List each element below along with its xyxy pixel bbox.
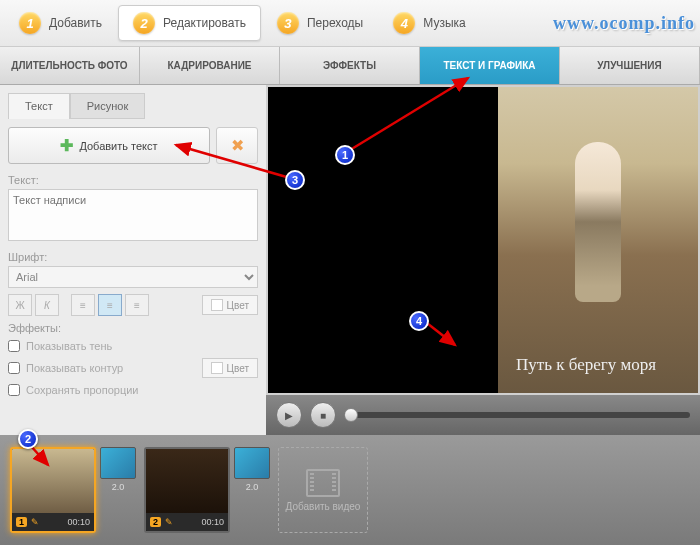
ribbon-tab-edit[interactable]: 2Редактировать — [118, 5, 261, 41]
caption-textarea[interactable] — [8, 189, 258, 241]
panel-tab-text[interactable]: Текст — [8, 93, 70, 119]
seek-slider[interactable] — [344, 412, 690, 418]
subtab-enhance[interactable]: УЛУЧШЕНИЯ — [560, 47, 700, 84]
timeline-transition-1[interactable]: 2.0 — [100, 447, 136, 497]
subtab-crop[interactable]: КАДРИРОВАНИЕ — [140, 47, 280, 84]
bold-button[interactable]: Ж — [8, 294, 32, 316]
timeline: 1✎00:10 2.0 2✎00:10 2.0 Добавить видео — [0, 435, 700, 545]
italic-button[interactable]: К — [35, 294, 59, 316]
plus-icon: ✚ — [60, 136, 73, 155]
effects-label: Эффекты: — [8, 322, 258, 334]
caption-overlay[interactable]: Путь к берегу моря — [516, 355, 698, 375]
marker-2: 2 — [18, 429, 38, 449]
watermark: www.ocomp.info — [553, 13, 695, 34]
panel-tabs: Текст Рисунок — [8, 93, 258, 119]
stop-button[interactable]: ■ — [310, 402, 336, 428]
preview-photo: Путь к берегу моря — [498, 87, 698, 393]
font-select[interactable]: Arial — [8, 266, 258, 288]
align-center-button[interactable]: ≡ — [98, 294, 122, 316]
text-color-button[interactable]: Цвет — [202, 295, 258, 315]
font-label: Шрифт: — [8, 251, 258, 263]
contour-checkbox[interactable] — [8, 362, 20, 374]
preview-canvas[interactable]: Путь к берегу моря — [268, 87, 698, 393]
text-label: Текст: — [8, 174, 258, 186]
keep-ratio-checkbox[interactable] — [8, 384, 20, 396]
preview-area: Путь к берегу моря ▶ ■ — [266, 85, 700, 435]
sub-tabs: ДЛИТЕЛЬНОСТЬ ФОТО КАДРИРОВАНИЕ ЭФФЕКТЫ Т… — [0, 47, 700, 85]
main-area: Текст Рисунок ✚Добавить текст ✖ Текст: Ш… — [0, 85, 700, 435]
pencil-icon: ✎ — [165, 517, 173, 527]
ribbon-tab-add[interactable]: 1Добавить — [5, 6, 116, 40]
subtab-effects[interactable]: ЭФФЕКТЫ — [280, 47, 420, 84]
add-video-button[interactable]: Добавить видео — [278, 447, 368, 533]
marker-1: 1 — [335, 145, 355, 165]
play-button[interactable]: ▶ — [276, 402, 302, 428]
shadow-checkbox[interactable] — [8, 340, 20, 352]
panel-tab-picture[interactable]: Рисунок — [70, 93, 146, 119]
contour-color-button[interactable]: Цвет — [202, 358, 258, 378]
marker-3: 3 — [285, 170, 305, 190]
left-panel: Текст Рисунок ✚Добавить текст ✖ Текст: Ш… — [0, 85, 266, 435]
align-left-button[interactable]: ≡ — [71, 294, 95, 316]
pencil-icon: ✎ — [31, 517, 39, 527]
add-text-button[interactable]: ✚Добавить текст — [8, 127, 210, 164]
delete-text-button[interactable]: ✖ — [216, 127, 258, 164]
timeline-transition-2[interactable]: 2.0 — [234, 447, 270, 497]
ribbon-tab-transitions[interactable]: 3Переходы — [263, 6, 377, 40]
subtab-duration[interactable]: ДЛИТЕЛЬНОСТЬ ФОТО — [0, 47, 140, 84]
player-bar: ▶ ■ — [266, 395, 700, 435]
timeline-clip-2[interactable]: 2✎00:10 — [144, 447, 230, 533]
subtab-text-graphics[interactable]: ТЕКСТ И ГРАФИКА — [420, 47, 560, 84]
color-swatch — [211, 299, 223, 311]
film-icon — [306, 469, 340, 497]
seek-thumb[interactable] — [344, 408, 358, 422]
top-ribbon: 1Добавить 2Редактировать 3Переходы 4Музы… — [0, 0, 700, 47]
align-right-button[interactable]: ≡ — [125, 294, 149, 316]
cross-icon: ✖ — [231, 136, 244, 155]
ribbon-tab-music[interactable]: 4Музыка — [379, 6, 479, 40]
timeline-clip-1[interactable]: 1✎00:10 — [10, 447, 96, 533]
marker-4: 4 — [409, 311, 429, 331]
